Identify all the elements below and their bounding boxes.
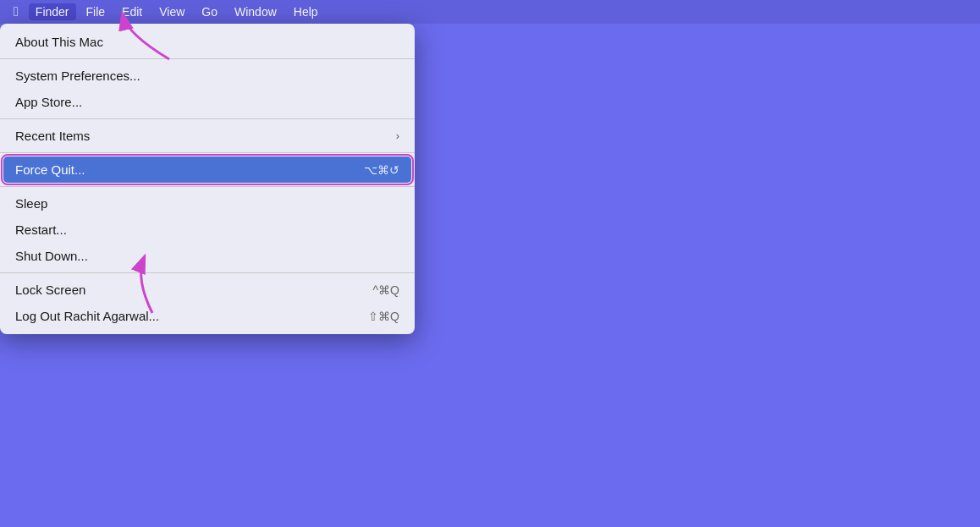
menu-separator-5 (0, 272, 415, 273)
menu-item-sleep-label: Sleep (15, 196, 47, 211)
menu-item-force-quit[interactable]: Force Quit... ⌥⌘↺ (3, 156, 411, 183)
menu-item-shut-down[interactable]: Shut Down... (0, 243, 415, 269)
menu-item-lock-screen-label: Lock Screen (15, 283, 85, 297)
menu-item-about-label: About This Mac (15, 35, 103, 49)
menu-separator-3 (0, 152, 415, 153)
menu-item-restart-label: Restart... (15, 222, 67, 237)
menu-item-recent-items[interactable]: Recent Items › (0, 123, 415, 149)
menu-item-lock-screen[interactable]: Lock Screen ^⌘Q (0, 277, 415, 303)
chevron-right-icon: › (396, 129, 399, 142)
menubar-item-go[interactable]: Go (195, 3, 224, 20)
menu-item-log-out-label: Log Out Rachit Agarwal... (15, 309, 159, 323)
menu-item-system-prefs[interactable]: System Preferences... (0, 63, 415, 89)
menubar:  Finder File Edit View Go Window Help (0, 0, 980, 24)
menubar-item-help[interactable]: Help (287, 3, 325, 20)
menu-separator-1 (0, 58, 415, 59)
menubar-item-file[interactable]: File (80, 3, 113, 20)
force-quit-shortcut: ⌥⌘↺ (364, 163, 399, 177)
menubar-item-edit[interactable]: Edit (115, 3, 149, 20)
menu-item-force-quit-label: Force Quit... (15, 162, 85, 177)
menu-separator-2 (0, 118, 415, 119)
menu-item-sleep[interactable]: Sleep (0, 190, 415, 217)
lock-screen-shortcut: ^⌘Q (373, 283, 399, 297)
menu-item-log-out[interactable]: Log Out Rachit Agarwal... ⇧⌘Q (0, 303, 415, 329)
menu-separator-4 (0, 186, 415, 187)
menu-item-restart[interactable]: Restart... (0, 217, 415, 243)
apple-dropdown-menu: About This Mac System Preferences... App… (0, 24, 415, 334)
menu-item-system-prefs-label: System Preferences... (15, 69, 140, 83)
apple-menu-button[interactable]:  (7, 3, 25, 21)
menu-item-app-store[interactable]: App Store... (0, 89, 415, 115)
menubar-item-finder[interactable]: Finder (29, 3, 76, 20)
log-out-shortcut: ⇧⌘Q (368, 310, 399, 323)
menu-item-about[interactable]: About This Mac (0, 29, 415, 55)
menu-item-app-store-label: App Store... (15, 95, 82, 109)
menu-item-shut-down-label: Shut Down... (15, 249, 88, 263)
menubar-item-view[interactable]: View (152, 3, 191, 20)
menu-item-recent-items-label: Recent Items (15, 129, 90, 143)
menubar-item-window[interactable]: Window (228, 3, 284, 20)
